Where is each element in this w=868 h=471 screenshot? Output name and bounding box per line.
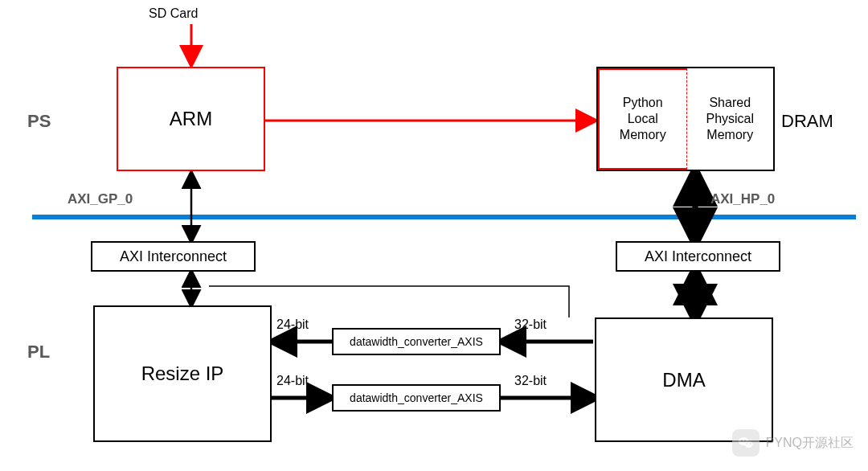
label-32bit-bottom: 32-bit <box>514 374 547 388</box>
arm-text: ARM <box>170 108 212 130</box>
axi-left-text: AXI Interconnect <box>120 248 227 265</box>
svg-point-14 <box>744 440 746 441</box>
axi-interconnect-left: AXI Interconnect <box>91 241 256 272</box>
sd-card-label: SD Card <box>149 6 198 21</box>
pl-label: PL <box>27 342 50 362</box>
datawidth-converter-2: datawidth_converter_AXIS <box>332 384 501 412</box>
conv2-text: datawidth_converter_AXIS <box>350 391 483 404</box>
python-mem-text: Python Local Memory <box>620 95 666 143</box>
label-24bit-bottom: 24-bit <box>276 374 309 388</box>
watermark-text: PYNQ开源社区 <box>766 435 854 452</box>
resize-ip-text: Resize IP <box>141 362 224 385</box>
shared-physical-memory: Shared Physical Memory <box>687 68 774 170</box>
svg-point-15 <box>747 443 747 444</box>
dram-label: DRAM <box>781 111 833 132</box>
svg-point-13 <box>741 440 743 441</box>
arm-block: ARM <box>117 67 265 171</box>
svg-point-12 <box>744 441 752 448</box>
dma-text: DMA <box>662 369 705 391</box>
wechat-icon <box>732 429 760 457</box>
shared-mem-text: Shared Physical Memory <box>706 95 754 143</box>
watermark: PYNQ开源社区 <box>732 429 854 457</box>
conv1-text: datawidth_converter_AXIS <box>350 335 483 348</box>
ps-label: PS <box>27 111 51 132</box>
svg-point-16 <box>749 443 750 444</box>
label-32bit-top: 32-bit <box>514 317 547 332</box>
dma-block: DMA <box>595 317 773 442</box>
axi-right-text: AXI Interconnect <box>645 248 751 265</box>
dram-block: Python Local Memory Shared Physical Memo… <box>596 67 775 171</box>
axi-hp-label: AXI_HP_0 <box>710 191 775 207</box>
axi-gp-label: AXI_GP_0 <box>68 191 133 207</box>
label-24bit-top: 24-bit <box>276 317 309 332</box>
resize-ip-block: Resize IP <box>93 305 272 442</box>
axi-interconnect-right: AXI Interconnect <box>616 241 780 272</box>
python-local-memory: Python Local Memory <box>598 68 687 170</box>
datawidth-converter-1: datawidth_converter_AXIS <box>332 328 501 355</box>
